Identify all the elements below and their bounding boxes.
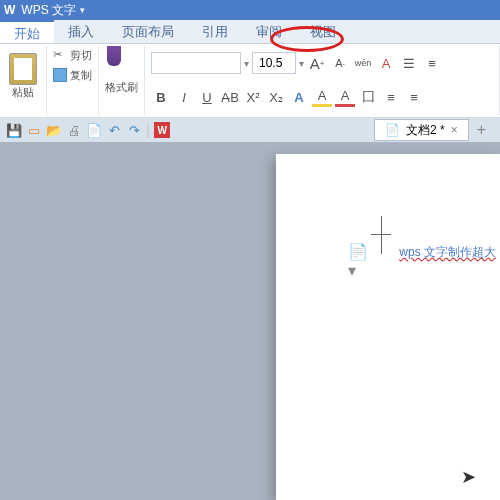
tab-insert[interactable]: 插入 xyxy=(54,20,108,43)
superscript-button[interactable]: X² xyxy=(243,87,263,107)
print-icon[interactable]: 🖨 xyxy=(66,122,82,138)
shrink-font-button[interactable]: A- xyxy=(330,53,350,73)
italic-button[interactable]: I xyxy=(174,87,194,107)
mouse-cursor-icon: ➤ xyxy=(461,466,476,488)
tab-review[interactable]: 审阅 xyxy=(242,20,296,43)
copy-button[interactable]: 复制 xyxy=(53,66,92,84)
document-name: 文档2 * xyxy=(406,122,445,139)
format-painter-label: 格式刷 xyxy=(105,80,138,95)
paste-label: 粘贴 xyxy=(12,85,34,100)
undo-icon[interactable]: ↶ xyxy=(106,122,122,138)
app-logo: W xyxy=(4,3,15,17)
title-bar: W WPS 文字 ▾ xyxy=(0,0,500,20)
cut-button[interactable]: ✂ 剪切 xyxy=(53,46,92,64)
highlight-button[interactable]: A xyxy=(312,87,332,107)
document-text[interactable]: wps 文字制作超大 xyxy=(399,244,496,261)
paste-icon xyxy=(9,53,37,85)
ribbon: 粘贴 ✂ 剪切 复制 格式刷 ▾ 10.5 ▾ A+ xyxy=(0,44,500,118)
more-button[interactable]: ≡ xyxy=(404,87,424,107)
font-name-select[interactable] xyxy=(151,52,241,74)
font-color-button[interactable]: A xyxy=(335,87,355,107)
pinyin-button[interactable]: wén xyxy=(353,53,373,73)
tab-view[interactable]: 视图 xyxy=(296,20,350,43)
bold-button[interactable]: B xyxy=(151,87,171,107)
shading-button[interactable]: 囗 xyxy=(358,87,378,107)
preview-icon[interactable]: 📄 xyxy=(86,122,102,138)
watermark-text: Baidu 经验 xyxy=(383,462,470,486)
title-dropdown-icon[interactable]: ▾ xyxy=(80,5,85,15)
copy-icon xyxy=(53,68,67,82)
clipboard-small-group: ✂ 剪切 复制 xyxy=(47,46,99,115)
align-button[interactable]: ≡ xyxy=(381,87,401,107)
numbering-button[interactable]: ≡ xyxy=(422,53,442,73)
wps-icon[interactable]: W xyxy=(154,122,170,138)
document-tab[interactable]: 📄 文档2 * × xyxy=(374,119,469,141)
font-group: ▾ 10.5 ▾ A+ A- wén A ☰ ≡ B I U A̶B X² X₂… xyxy=(145,46,500,115)
workspace: 📄▾ wps 文字制作超大 Baidu 经验 ➤ xyxy=(0,142,500,500)
save-icon[interactable]: 💾 xyxy=(6,122,22,138)
text-effect-button[interactable]: A xyxy=(289,87,309,107)
underline-button[interactable]: U xyxy=(197,87,217,107)
open-icon[interactable]: 📂 xyxy=(46,122,62,138)
clipboard-group: 粘贴 xyxy=(0,46,47,115)
font-size-select[interactable]: 10.5 xyxy=(252,52,296,74)
page-marker-icon[interactable]: 📄▾ xyxy=(348,242,366,260)
tab-layout[interactable]: 页面布局 xyxy=(108,20,188,43)
paste-button[interactable]: 粘贴 xyxy=(6,46,40,106)
quick-access-toolbar: 💾 ▭ 📂 🖨 📄 ↶ ↷ | W 📄 文档2 * × + xyxy=(0,118,500,142)
app-title: WPS 文字 xyxy=(21,2,76,19)
subscript-button[interactable]: X₂ xyxy=(266,87,286,107)
bullets-button[interactable]: ☰ xyxy=(399,53,419,73)
add-tab-button[interactable]: + xyxy=(469,121,494,139)
format-painter-group: 格式刷 xyxy=(99,46,145,115)
grow-font-button[interactable]: A+ xyxy=(307,53,327,73)
strike-button[interactable]: A̶B xyxy=(220,87,240,107)
scissors-icon: ✂ xyxy=(53,48,67,62)
ribbon-tabs: 开始 插入 页面布局 引用 审阅 视图 xyxy=(0,20,500,44)
clear-format-button[interactable]: A xyxy=(376,53,396,73)
tab-references[interactable]: 引用 xyxy=(188,20,242,43)
text-cursor-icon xyxy=(381,216,382,254)
brush-icon xyxy=(107,46,121,66)
redo-icon[interactable]: ↷ xyxy=(126,122,142,138)
close-tab-icon[interactable]: × xyxy=(451,123,458,137)
new-icon[interactable]: ▭ xyxy=(26,122,42,138)
format-painter-button[interactable] xyxy=(105,46,123,80)
tab-home[interactable]: 开始 xyxy=(0,20,54,43)
document-page[interactable]: 📄▾ wps 文字制作超大 xyxy=(276,154,500,500)
